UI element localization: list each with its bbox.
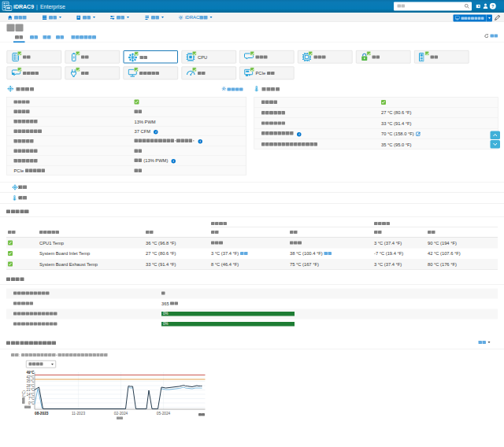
svg-text:42°C: 42°C — [26, 375, 35, 379]
svg-text:05-2024: 05-2024 — [157, 412, 171, 416]
svg-text:35°C: 35°C — [26, 379, 35, 383]
svg-text:28°C: 28°C — [26, 384, 35, 388]
svg-text:49°C: 49°C — [26, 371, 35, 375]
svg-text:08-2023: 08-2023 — [35, 412, 49, 416]
svg-text:14°C: 14°C — [26, 393, 35, 397]
svg-text:02-2024: 02-2024 — [114, 412, 128, 416]
svg-text:11-2023: 11-2023 — [72, 412, 85, 416]
svg-text:7°C: 7°C — [28, 397, 35, 401]
svg-text:21°C: 21°C — [26, 388, 35, 392]
